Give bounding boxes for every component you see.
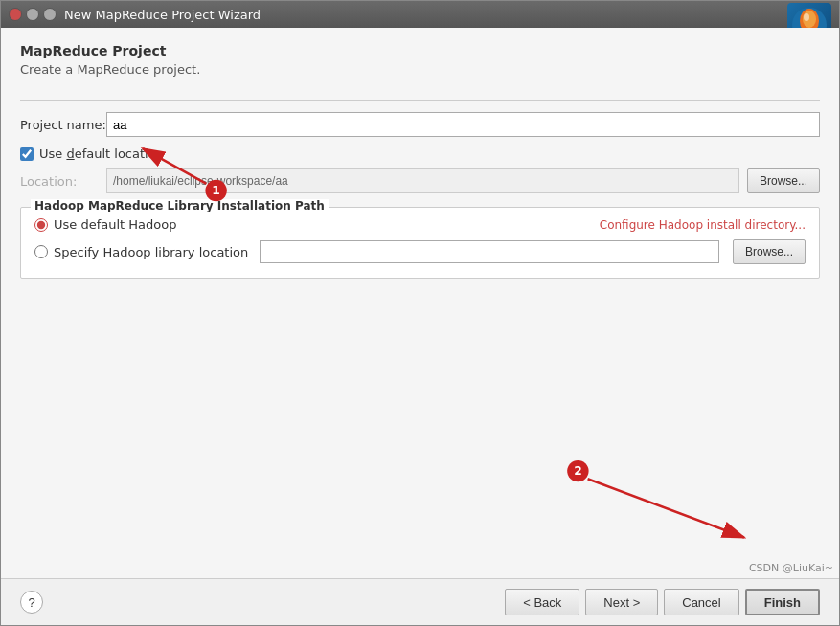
location-row: Location: Browse...: [20, 168, 820, 193]
cancel-button[interactable]: Cancel: [664, 589, 738, 615]
window-content: MapReduce Project Create a MapReduce pro…: [1, 28, 839, 578]
hadoop-location-input[interactable]: [260, 240, 719, 263]
project-name-input[interactable]: [106, 112, 820, 137]
window-title: New MapReduce Project Wizard: [64, 8, 831, 22]
finish-button[interactable]: Finish: [745, 589, 820, 615]
maximize-button[interactable]: [43, 8, 57, 21]
use-default-hadoop-row: Use default Hadoop Configure Hadoop inst…: [34, 217, 806, 232]
title-bar: New MapReduce Project Wizard: [1, 1, 839, 28]
help-button[interactable]: ?: [20, 591, 43, 614]
main-window: New MapReduce Project Wizard MapReduce P…: [0, 0, 840, 626]
location-input[interactable]: [106, 168, 739, 193]
use-default-hadoop-label: Use default Hadoop: [54, 217, 176, 232]
hadoop-library-group: Hadoop MapReduce Library Installation Pa…: [20, 207, 820, 279]
project-name-label: Project name:: [20, 118, 106, 132]
use-default-hadoop-radio[interactable]: [34, 218, 48, 232]
minimize-button[interactable]: [26, 8, 39, 21]
specify-hadoop-radio[interactable]: [34, 245, 48, 258]
specify-hadoop-row: Specify Hadoop library location Browse..…: [34, 239, 806, 264]
window-controls: [9, 8, 57, 21]
default-location-row: Use default location: [20, 146, 820, 161]
location-label: Location:: [20, 174, 106, 189]
back-button[interactable]: < Back: [505, 589, 579, 615]
svg-point-3: [804, 13, 809, 21]
project-name-row: Project name:: [20, 112, 820, 137]
hadoop-browse-button[interactable]: Browse...: [733, 239, 806, 264]
configure-hadoop-link[interactable]: Configure Hadoop install directory...: [600, 218, 806, 232]
footer: ? < Back Next > Cancel Finish: [1, 578, 839, 625]
location-browse-button[interactable]: Browse...: [747, 168, 820, 193]
use-default-location-checkbox[interactable]: [20, 147, 34, 161]
close-button[interactable]: [9, 8, 22, 21]
specify-hadoop-label: Specify Hadoop library location: [54, 245, 248, 259]
next-button[interactable]: Next >: [585, 589, 658, 615]
page-subtitle: Create a MapReduce project.: [20, 62, 820, 77]
use-default-location-label: Use default location: [39, 146, 164, 161]
hadoop-group-title: Hadoop MapReduce Library Installation Pa…: [31, 199, 329, 212]
page-title: MapReduce Project: [20, 43, 820, 58]
watermark: CSDN @LiuKai~: [749, 562, 833, 574]
